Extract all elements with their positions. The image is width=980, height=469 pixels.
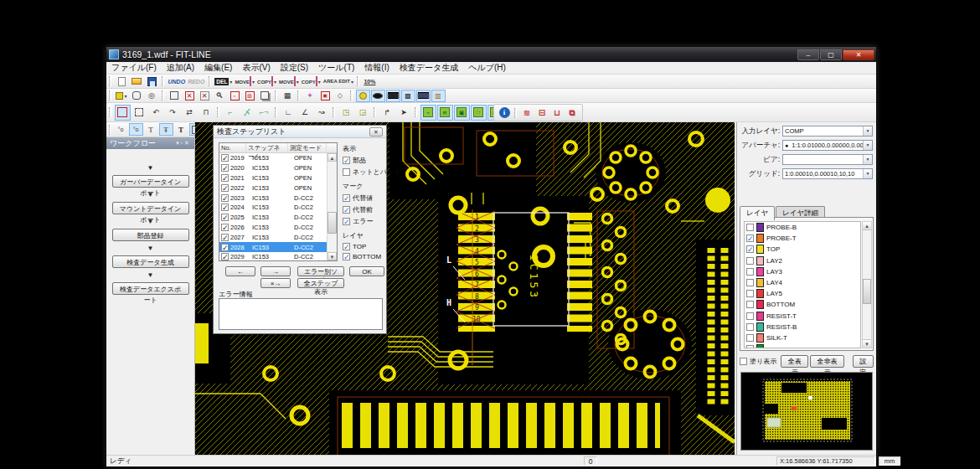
checkbox[interactable]	[343, 194, 350, 202]
layer-visibility-checkbox[interactable]	[746, 345, 754, 348]
layer-option[interactable]: BOTTOM	[343, 253, 386, 260]
zoom-level-button[interactable]: 10%	[363, 75, 377, 88]
layer-row[interactable]: LAY4	[745, 277, 860, 288]
step-row[interactable]: 2027 IC153 D-CC2	[219, 232, 337, 242]
layer-row[interactable]: PROBE-B	[745, 222, 860, 233]
step-checkbox[interactable]	[221, 244, 229, 251]
workflow-step-button[interactable]: 部品登録	[112, 229, 189, 241]
step-row[interactable]: 2024 IC153 D-CC2	[219, 203, 337, 213]
copy-grid-dropdown[interactable]: COPY▾	[301, 75, 322, 88]
rect-select-tool[interactable]	[115, 105, 131, 121]
rounded-rect-tool[interactable]	[130, 90, 144, 102]
step-checkbox[interactable]	[221, 214, 229, 221]
rotate-left-tool[interactable]: ↶	[148, 105, 164, 121]
error-info-box[interactable]	[219, 298, 383, 330]
layer-row[interactable]: SILK-T	[745, 332, 860, 343]
circle-tool[interactable]: ◎	[145, 90, 159, 102]
board-overview[interactable]	[740, 372, 873, 451]
menu-item[interactable]: 情報(I)	[359, 62, 394, 74]
prev-step-button[interactable]: ←	[225, 266, 255, 276]
chevron-down-icon[interactable]: ▼	[863, 141, 872, 150]
step-row[interactable]: 2026 IC153 D-CC2	[219, 223, 337, 233]
ok-button[interactable]: OK	[349, 266, 384, 276]
angle-45-tool[interactable]: ∠	[297, 105, 313, 121]
rotate-right-tool[interactable]: ↷	[165, 105, 181, 121]
step-list[interactable]: No. ステップネーム 測定モード 2019 IC153 OPEN 2020	[219, 142, 338, 261]
shape-tool[interactable]: ⬦	[333, 90, 348, 102]
fill-display-option[interactable]: 塗り表示	[740, 357, 776, 366]
workflow-step-button[interactable]: 検査データエクスポート	[112, 282, 189, 295]
route-check-tool[interactable]: ⌁	[420, 105, 436, 121]
select-box-tool[interactable]	[168, 90, 182, 102]
text-outline-tool[interactable]: Ŧ	[159, 123, 173, 136]
layer-visibility-checkbox[interactable]	[746, 268, 754, 276]
step-row[interactable]: 2025 IC153 D-CC2	[219, 213, 337, 223]
dialog-close-button[interactable]	[369, 127, 383, 137]
open-file-button[interactable]	[130, 75, 144, 88]
scroll-up-icon[interactable]: ▲	[328, 153, 337, 162]
scroll-down-icon[interactable]: ▼	[328, 252, 337, 260]
panel-header-icons[interactable]: ▾▫✕	[176, 140, 191, 147]
transistor-part-button[interactable]	[356, 90, 370, 102]
step-row[interactable]: 2029 IC153 D-CC2	[219, 252, 337, 260]
field-dropdown[interactable]: 1:0.00010,0.00010,10,10 ▼	[782, 168, 873, 179]
layer-row[interactable]: RESIST-T	[745, 311, 860, 322]
tab-layers[interactable]: レイヤ	[740, 206, 775, 220]
field-dropdown[interactable]: ▼	[782, 154, 873, 165]
step-checkbox[interactable]	[221, 253, 229, 260]
chevron-down-icon[interactable]: ▼	[863, 155, 872, 164]
info-button[interactable]: i	[498, 106, 512, 119]
field-dropdown[interactable]: 1:1:0.01000,0.00000,0.00000 ▼	[782, 140, 873, 151]
next-step-button[interactable]: →	[260, 266, 291, 276]
layer-visibility-checkbox[interactable]	[746, 224, 754, 231]
checkbox[interactable]	[343, 253, 350, 260]
scroll-thumb[interactable]	[863, 279, 871, 304]
step-checkbox[interactable]	[221, 184, 229, 192]
layer-visibility-checkbox[interactable]	[746, 334, 754, 342]
corner-left-tool[interactable]: ◳	[338, 105, 354, 121]
array-part-button[interactable]: ▩	[401, 90, 415, 102]
filter-option[interactable]: ネットとパッド	[343, 168, 386, 177]
layer-visibility-checkbox[interactable]	[746, 234, 754, 242]
area-edit-dropdown[interactable]: AREA EDIT▾	[322, 75, 354, 88]
menu-item[interactable]: 追加(A)	[162, 62, 199, 74]
menu-item[interactable]: ヘルプ(H)	[463, 62, 511, 74]
steps-tool[interactable]: ⌐¬	[256, 105, 272, 121]
step-checkbox[interactable]	[221, 164, 229, 172]
ic-part-button[interactable]	[416, 90, 431, 102]
grid-check-tool[interactable]: ∷	[471, 105, 487, 121]
dip-part-button[interactable]	[386, 90, 400, 102]
step-row[interactable]: 2028 IC153 D-CC2	[219, 242, 337, 252]
checkbox[interactable]	[343, 206, 350, 214]
move-grid-dropdown[interactable]: MOVE▾	[278, 75, 300, 88]
pointer-tool[interactable]: ➤	[396, 105, 412, 121]
zigzag-tool[interactable]: 〆	[240, 105, 255, 121]
mark-option[interactable]: エラー	[343, 217, 386, 226]
copy-dropdown[interactable]: COPY▾	[256, 75, 277, 88]
menu-item[interactable]: 設定(S)	[276, 62, 313, 74]
layer-option[interactable]: TOP	[343, 243, 386, 250]
hide-all-layers-button[interactable]: 全非表示	[810, 355, 844, 368]
menu-item[interactable]: 表示(V)	[237, 62, 275, 74]
step-row[interactable]: 2020 IC153 OPEN	[219, 163, 337, 173]
dialog-title-bar[interactable]: 検査ステップリスト	[214, 126, 386, 138]
step-row[interactable]: 2019 IC153 OPEN	[219, 153, 337, 163]
move-dropdown[interactable]: MOVE▾	[234, 75, 255, 88]
chevron-down-icon[interactable]: ▼	[863, 169, 872, 178]
save-button[interactable]	[145, 75, 159, 88]
corner-right-tool[interactable]: ◲	[355, 105, 371, 121]
layer-row[interactable]	[745, 343, 860, 348]
mirror-tool[interactable]: ⇄	[182, 105, 198, 121]
maximize-button[interactable]	[820, 49, 842, 60]
chevron-down-icon[interactable]: ▼	[863, 126, 872, 136]
workflow-step-button[interactable]: 検査データ生成	[112, 255, 189, 268]
layer-list[interactable]: PROBE-B PROBE-T TOP	[744, 221, 861, 348]
step-row[interactable]: 2023 IC153 D-CC2	[219, 193, 337, 203]
trace-wave-tool[interactable]: ≋	[520, 106, 534, 119]
filter-option[interactable]: 部品	[343, 156, 386, 165]
step-checkbox[interactable]	[221, 204, 229, 211]
text-tool[interactable]: T	[144, 123, 158, 136]
layer-row[interactable]: LAY2	[745, 255, 860, 266]
text-bold-tool[interactable]: T	[174, 123, 188, 136]
delete-area-tool[interactable]: ✕	[183, 90, 197, 102]
